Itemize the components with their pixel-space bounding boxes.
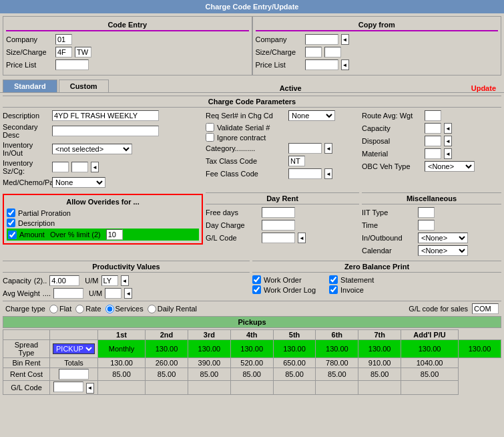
material-input[interactable] <box>425 148 441 159</box>
route-avg-input[interactable] <box>425 110 441 121</box>
gl-empty8 <box>401 381 459 395</box>
price-list-input[interactable] <box>55 59 89 70</box>
gl-code-sales-label: G/L code for sales <box>409 305 468 313</box>
work-order-log-checkbox[interactable] <box>252 285 261 294</box>
med-chemo-select[interactable]: None <box>52 177 105 188</box>
company-input[interactable] <box>55 34 72 45</box>
disposal-input[interactable] <box>425 136 441 146</box>
tax-class-code-input[interactable] <box>288 156 305 166</box>
um-arrow[interactable]: ◄ <box>121 275 129 286</box>
calendar-select[interactable]: <None> <box>418 245 468 256</box>
disposal-arrow[interactable]: ◄ <box>444 136 452 146</box>
in-outbound-row: In/Outbound <None> <box>362 233 501 243</box>
tab-standard[interactable]: Standard <box>3 80 57 92</box>
col-6th-header: 6th <box>316 330 358 340</box>
monthly-v7: 130.00 <box>401 340 459 358</box>
free-days-input[interactable] <box>262 207 295 218</box>
copy-price-list-row: Price List ◄ <box>256 59 499 70</box>
totals-v5: 650.00 <box>273 358 316 368</box>
iit-type-input[interactable] <box>418 207 435 218</box>
gl-code-sales-input[interactable] <box>472 303 499 314</box>
capacity-param-arrow[interactable]: ◄ <box>444 123 452 134</box>
um2-input[interactable] <box>105 288 121 299</box>
in-outbound-select[interactable]: <None> <box>418 233 468 243</box>
day-charge-input[interactable] <box>262 220 295 231</box>
partial-proration-checkbox[interactable] <box>7 208 15 217</box>
copy-size-input1[interactable] <box>305 47 322 57</box>
daily-rental-radio[interactable] <box>148 305 156 313</box>
capacity-prod-input[interactable] <box>49 275 79 286</box>
copy-company-arrow[interactable]: ◄ <box>341 34 349 45</box>
app-title: Charge Code Entry/Update <box>206 3 299 11</box>
tab-custom[interactable]: Custom <box>59 80 109 92</box>
req-serl-select[interactable]: None <box>288 110 335 121</box>
code-entry-box: Code Entry Company Size/Charge Price Lis… <box>3 16 252 76</box>
route-avg-row: Route Avg: Wgt <box>362 110 501 121</box>
rent-cost-v4: 85.00 <box>230 368 273 381</box>
description-input[interactable] <box>52 110 159 121</box>
inventory-inout-row: Inventory In/Out <not selected> <box>3 141 203 157</box>
copy-price-list-arrow[interactable]: ◄ <box>341 59 349 70</box>
rate-radio-label: Rate <box>75 305 101 313</box>
charge-type-row: Charge type Flat Rate Services Daily Ren… <box>3 301 501 316</box>
fee-class-code-row: Fee Class Code ◄ <box>206 168 359 179</box>
totals-v1: 130.00 <box>98 358 146 368</box>
validate-serial-checkbox[interactable] <box>206 123 214 132</box>
med-chemo-row: Med/Chemo/Path? None <box>3 177 203 188</box>
services-radio[interactable] <box>105 305 114 313</box>
um-input[interactable] <box>101 275 118 286</box>
invoice-row: Invoice <box>329 285 374 294</box>
invoice-checkbox[interactable] <box>329 285 338 294</box>
code-entry-header: Code Entry <box>6 19 249 31</box>
update-label: Update <box>471 84 501 92</box>
rent-cost-input[interactable] <box>59 369 89 380</box>
gl-code-input-cell: ◄ <box>50 381 98 395</box>
description-override-checkbox[interactable] <box>7 218 15 227</box>
med-chemo-label: Med/Chemo/Path? <box>3 178 49 186</box>
capacity-row: Capacity ◄ <box>362 123 501 134</box>
ignore-contract-checkbox[interactable] <box>206 133 214 142</box>
category-input[interactable] <box>288 143 322 154</box>
inventory-szcg-input2[interactable] <box>71 162 88 172</box>
obc-veh-select[interactable]: <None> <box>425 161 475 172</box>
over-pct-input[interactable] <box>106 229 123 240</box>
spread-type-select[interactable]: PICKUP <box>53 343 95 354</box>
inventory-szcg-input1[interactable] <box>52 162 69 172</box>
gl-code-input[interactable] <box>53 382 83 392</box>
inventory-inout-select[interactable]: <not selected> <box>52 144 132 154</box>
avg-weight-input[interactable] <box>53 288 83 299</box>
gl-code-rent-arrow[interactable]: ◄ <box>298 233 306 243</box>
um2-arrow[interactable]: ◄ <box>124 288 132 299</box>
gl-code-rent-input[interactable] <box>262 233 295 243</box>
copy-size-charge-row: Size/Charge <box>256 47 499 57</box>
copy-company-input[interactable] <box>305 34 338 45</box>
fee-class-code-arrow[interactable]: ◄ <box>324 168 332 179</box>
category-arrow[interactable]: ◄ <box>324 143 332 154</box>
bin-rent-label: Bin Rent <box>12 359 40 367</box>
fee-class-code-input[interactable] <box>288 168 322 179</box>
gl-code-arrow[interactable]: ◄ <box>86 383 94 394</box>
secondary-desc-input[interactable] <box>52 126 159 136</box>
amount-checkbox[interactable] <box>8 231 17 239</box>
spread-type-cell-label: Spread Type <box>3 340 50 358</box>
description-label: Description <box>3 112 49 120</box>
rate-radio[interactable] <box>75 305 84 313</box>
statement-checkbox[interactable] <box>329 275 338 284</box>
work-order-checkbox[interactable] <box>252 275 261 284</box>
inventory-szcg-arrow[interactable]: ◄ <box>91 162 99 172</box>
main-area: Charge Code Parameters Description Secon… <box>0 93 504 398</box>
capacity-param-input[interactable] <box>425 123 441 134</box>
rent-cost-v5: 85.00 <box>273 368 316 381</box>
size-charge-input2[interactable] <box>75 47 91 57</box>
size-charge-input1[interactable] <box>55 47 72 57</box>
material-arrow[interactable]: ◄ <box>444 148 452 159</box>
rent-cost-v6: 85.00 <box>316 368 358 381</box>
copy-price-list-input[interactable] <box>305 59 338 70</box>
active-label: Active <box>110 84 471 92</box>
params-col2: Req Serl# in Chg Cd None Validate Serial… <box>206 110 359 190</box>
flat-radio[interactable] <box>49 305 58 313</box>
copy-size-input2[interactable] <box>324 47 341 57</box>
time-input[interactable] <box>418 220 435 231</box>
gl-empty5 <box>273 381 316 395</box>
disposal-label: Disposal <box>362 137 422 145</box>
